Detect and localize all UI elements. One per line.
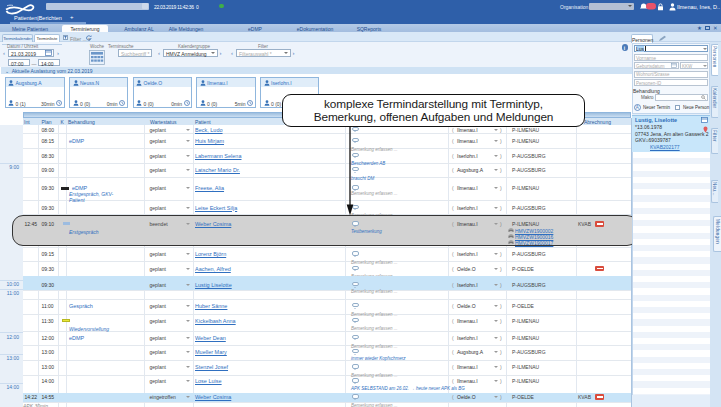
svg-text:A: A xyxy=(636,105,639,110)
